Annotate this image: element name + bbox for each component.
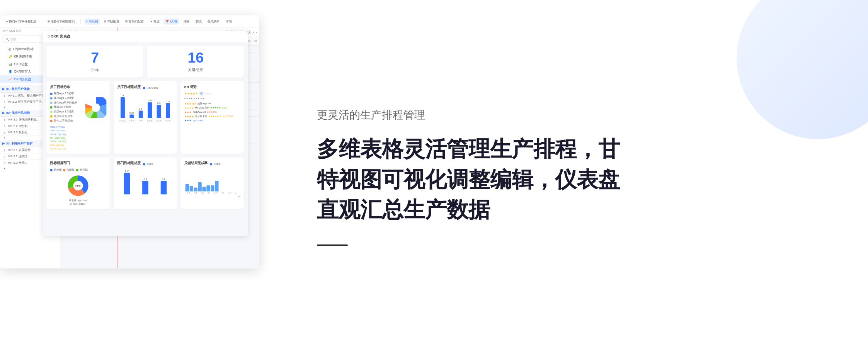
main-title: 多维表格灵活管理生产排程，甘 特视图可视化调整编辑，仪表盘 直观汇总生产数据 xyxy=(317,134,822,225)
chart-goal-dept-title: 目标所属部门 xyxy=(50,161,106,166)
big-stats-row: 7 目标 16 关键结果 xyxy=(46,46,244,78)
stat-number-kr: 16 xyxy=(187,50,204,64)
dashboard-content: 7 目标 16 关键结果 员工目标分布 xyxy=(43,42,248,236)
toolbar-item-okr[interactable]: ≫ 协同A OKR任务汇总 xyxy=(3,18,38,24)
chart-dept-completion: 部门目标完成度 完成率 1.56 xyxy=(114,157,177,209)
dept-donut-chart: 总数量: xyxy=(66,174,90,198)
toolbar-item-test[interactable]: 测试 xyxy=(194,18,203,24)
subtitle-text: 更灵活的生产排程管理 xyxy=(317,107,822,123)
toolbar-item-filter[interactable]: ▼ 筛选 xyxy=(148,18,161,24)
main-title-line2: 特视图可视化调整编辑，仪表盘 xyxy=(317,165,822,195)
chart-staff-distribution: 员工目标分布 规范App 2.0发布 规范App 2.0流量 xyxy=(46,81,110,154)
legend-dept-2: 市场部 xyxy=(63,168,75,172)
kr-completion-legend: 完成率 xyxy=(210,163,221,166)
stat-label-kr: 关键结果 xyxy=(188,67,204,73)
kr-score-row-1: ★★★★★ 规范App 2.0 xyxy=(184,102,241,105)
legend-7: 双十二千万活动 xyxy=(50,119,83,123)
dashboard-icon: 📊 xyxy=(9,63,12,66)
stat-card-objectives: 7 目标 xyxy=(46,46,143,78)
divider-line xyxy=(317,244,348,246)
kr-score-row-4: ★★★★ 至少高未完 ★★★★★ 3...3(12.5%) xyxy=(184,115,241,118)
gantt-date-20: 20 xyxy=(252,40,258,43)
legend-dept-1: 研发组 xyxy=(50,168,61,172)
toolbar-divider-2 xyxy=(80,19,81,24)
chart-completion: 员工目标完成度 目标完成度 14 xyxy=(114,81,177,154)
dept-completion-legend: 完成率 xyxy=(143,163,153,166)
kr-score-row-3: ★★★ 实现App 1.0 2(22.2%) xyxy=(184,110,241,114)
okr-dashboard-overlay: ⊙ OKR 仪表盘 7 目标 16 关键结果 xyxy=(43,31,248,236)
person-icon: 👤 xyxy=(9,70,12,73)
charts-bottom-row: 目标所属部门 研发组 市场部 xyxy=(46,157,244,209)
chart-goal-dept: 目标所属部门 研发组 市场部 xyxy=(46,157,110,209)
search-icon: 🔍 xyxy=(6,38,9,41)
left-panel: ≫ 协同A OKR任务汇总 ⊞ 任务甘特视图排列 + 20列格 ⊟ 字段配置 ☰… xyxy=(0,0,263,353)
toolbar-item-calendar[interactable]: 📅 1天框 xyxy=(163,18,179,24)
toolbar-item-form[interactable]: 生成表单 xyxy=(206,18,221,24)
toolbar-item-gantt2[interactable]: ☰ 甘特列配置 xyxy=(124,18,146,24)
chart-kr-completion-title: 关键结果完成率 xyxy=(184,161,208,166)
kr-eval-row-2: ● ● ● ● ● ● ● ● ● xyxy=(184,97,241,100)
edit-icon[interactable]: ✏ xyxy=(238,195,240,199)
chart-kr-completion: 关键结果完成率 完成率 xyxy=(180,157,244,209)
main-title-line3: 直观汇总生产数据 xyxy=(317,195,822,225)
target-icon: ◎ xyxy=(9,48,11,51)
gantt-prev[interactable]: ‹ xyxy=(253,31,254,34)
okr-overlay-header: ⊙ OKR 仪表盘 xyxy=(43,31,248,42)
chart-kr-eval: KR 评分 ★★★★★ 规 3.33... ● ● ● ● ● ● ● ● ● xyxy=(180,81,244,154)
completion-legend: 目标完成度 xyxy=(143,86,158,90)
kr-score-row-2: ★★★★ 优化App用户 ★★★★★ 3.33... xyxy=(184,106,241,110)
gantt-next[interactable]: › xyxy=(256,31,257,34)
toolbar: ≫ 协同A OKR任务汇总 ⊞ 任务甘特视图排列 + 20列格 ⊟ 字段配置 ☰… xyxy=(0,15,259,27)
marketing-content: 更灵活的生产排程管理 多维表格灵活管理生产排程，甘 特视图可视化调整编辑，仪表盘… xyxy=(317,107,822,246)
donut-chart-container: 总数量: 研发组: 4(33.0%) 运营部: 5(38...) xyxy=(50,174,106,206)
legend-dept-3: 客运部 xyxy=(76,168,88,172)
legend-5: 实现App 1.0增贡 xyxy=(50,110,83,114)
stat-card-kr: 16 关键结果 xyxy=(147,46,244,78)
legend-4: 预减3倍初始率 xyxy=(50,105,83,109)
kr-score-row-5: ★★★ 3(33.3%) xyxy=(184,119,241,122)
toolbar-item-detail[interactable]: 详细 xyxy=(224,18,233,24)
legend-1: 规范App 2.0发布 xyxy=(50,92,83,95)
main-title-line1: 多维表格灵活管理生产排程，甘 xyxy=(317,134,822,164)
charts-top-row: 员工目标分布 规范App 2.0发布 规范App 2.0流量 xyxy=(46,81,244,154)
chart-kr-eval-title: KR 评分 xyxy=(184,85,241,89)
stat-label-objectives: 目标 xyxy=(91,67,99,73)
legend-6: 至少高未完成率 xyxy=(50,114,83,118)
chart-icon: 📈 xyxy=(9,78,12,81)
chart-dept-completion-title: 部门目标完成度 xyxy=(117,161,140,166)
toolbar-item-field[interactable]: ⊟ 字段配置 xyxy=(102,18,121,24)
chart-completion-title: 员工目标完成度 xyxy=(117,85,140,89)
toolbar-divider-1 xyxy=(42,19,42,24)
stat-number-objectives: 7 xyxy=(91,50,99,64)
legend-3: 优化App用户转化率 xyxy=(50,101,83,105)
toolbar-item-move[interactable]: 推移 xyxy=(182,18,191,24)
staff-pie-chart xyxy=(85,97,106,118)
legend-2: 规范App 2.0流量 xyxy=(50,96,83,100)
key-icon: 🔑 xyxy=(9,55,12,58)
toolbar-item-gantt[interactable]: ⊞ 任务甘特视图排列 xyxy=(46,18,77,24)
svg-text:总数量:: 总数量: xyxy=(75,185,82,187)
toolbar-item-grid[interactable]: + 20列格 xyxy=(84,18,100,24)
kr-eval-row-1: ★★★★★ 规 3.33... xyxy=(184,92,241,95)
right-panel: 更灵活的生产排程管理 多维表格灵活管理生产排程，甘 特视图可视化调整编辑，仪表盘… xyxy=(263,0,868,353)
kr-eval-list: ★★★★★ 规 3.33... ● ● ● ● ● ● ● ● ● xyxy=(184,92,241,122)
app-container: ≫ 协同A OKR任务汇总 ⊞ 任务甘特视图排列 + 20列格 ⊟ 字段配置 ☰… xyxy=(0,15,259,268)
chart-staff-title: 员工目标分布 xyxy=(50,85,106,89)
